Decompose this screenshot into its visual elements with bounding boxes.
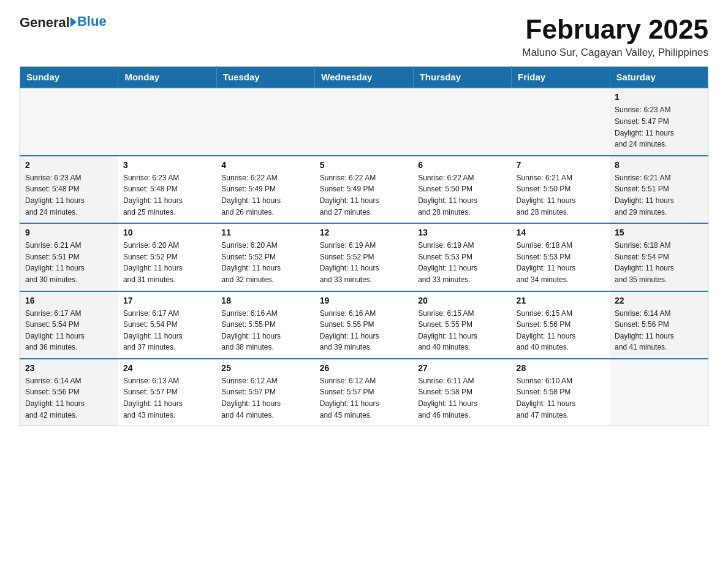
weekday-header-friday: Friday: [512, 67, 610, 88]
logo: General Blue: [20, 15, 107, 31]
day-number: 26: [320, 363, 408, 373]
day-number: 17: [123, 296, 211, 305]
logo-general-text: General: [20, 15, 70, 31]
day-number: 15: [615, 228, 703, 237]
calendar-day-cell: 18Sunrise: 6:16 AM Sunset: 5:55 PM Dayli…: [216, 291, 314, 359]
day-number: 22: [615, 296, 703, 305]
day-info: Sunrise: 6:22 AM Sunset: 5:50 PM Dayligh…: [418, 172, 506, 218]
calendar-day-cell: 10Sunrise: 6:20 AM Sunset: 5:52 PM Dayli…: [118, 223, 216, 291]
day-number: 2: [25, 160, 113, 170]
calendar-day-cell: 3Sunrise: 6:23 AM Sunset: 5:48 PM Daylig…: [118, 156, 216, 223]
weekday-header-monday: Monday: [118, 67, 216, 88]
day-number: 3: [123, 160, 211, 170]
calendar-day-cell: [610, 359, 708, 426]
weekday-header-tuesday: Tuesday: [216, 67, 314, 88]
calendar-table: SundayMondayTuesdayWednesdayThursdayFrid…: [20, 66, 708, 426]
day-number: 25: [221, 363, 309, 373]
day-info: Sunrise: 6:23 AM Sunset: 5:47 PM Dayligh…: [615, 104, 703, 150]
day-info: Sunrise: 6:23 AM Sunset: 5:48 PM Dayligh…: [25, 172, 113, 218]
title-block: February 2025 Maluno Sur, Cagayan Valley…: [522, 15, 708, 59]
day-number: 9: [25, 228, 113, 237]
calendar-day-cell: [512, 88, 610, 155]
day-info: Sunrise: 6:14 AM Sunset: 5:56 PM Dayligh…: [615, 308, 703, 353]
calendar-day-cell: 17Sunrise: 6:17 AM Sunset: 5:54 PM Dayli…: [118, 291, 216, 359]
weekday-header-wednesday: Wednesday: [315, 67, 413, 88]
calendar-day-cell: 8Sunrise: 6:21 AM Sunset: 5:51 PM Daylig…: [610, 156, 708, 223]
day-number: 16: [25, 296, 113, 305]
calendar-day-cell: 22Sunrise: 6:14 AM Sunset: 5:56 PM Dayli…: [610, 291, 708, 359]
calendar-day-cell: 27Sunrise: 6:11 AM Sunset: 5:58 PM Dayli…: [413, 359, 511, 426]
calendar-week-row: 9Sunrise: 6:21 AM Sunset: 5:51 PM Daylig…: [20, 223, 708, 291]
day-info: Sunrise: 6:21 AM Sunset: 5:51 PM Dayligh…: [25, 240, 113, 285]
day-info: Sunrise: 6:19 AM Sunset: 5:52 PM Dayligh…: [320, 240, 408, 285]
day-number: 21: [517, 296, 605, 305]
calendar-day-cell: 12Sunrise: 6:19 AM Sunset: 5:52 PM Dayli…: [315, 223, 413, 291]
calendar-day-cell: 16Sunrise: 6:17 AM Sunset: 5:54 PM Dayli…: [20, 291, 118, 359]
day-info: Sunrise: 6:16 AM Sunset: 5:55 PM Dayligh…: [221, 308, 309, 353]
day-info: Sunrise: 6:11 AM Sunset: 5:58 PM Dayligh…: [418, 375, 506, 421]
calendar-day-cell: 25Sunrise: 6:12 AM Sunset: 5:57 PM Dayli…: [216, 359, 314, 426]
day-number: 28: [517, 363, 605, 373]
calendar-week-row: 23Sunrise: 6:14 AM Sunset: 5:56 PM Dayli…: [20, 359, 708, 426]
calendar-day-cell: 7Sunrise: 6:21 AM Sunset: 5:50 PM Daylig…: [512, 156, 610, 223]
day-info: Sunrise: 6:19 AM Sunset: 5:53 PM Dayligh…: [418, 240, 506, 285]
day-info: Sunrise: 6:20 AM Sunset: 5:52 PM Dayligh…: [221, 240, 309, 285]
calendar-day-cell: [315, 88, 413, 155]
day-number: 20: [418, 296, 506, 305]
day-number: 8: [615, 160, 703, 170]
day-info: Sunrise: 6:16 AM Sunset: 5:55 PM Dayligh…: [320, 308, 408, 353]
day-number: 24: [123, 363, 211, 373]
day-number: 13: [418, 228, 506, 237]
calendar-day-cell: [118, 88, 216, 155]
day-number: 5: [320, 160, 408, 170]
calendar-day-cell: 21Sunrise: 6:15 AM Sunset: 5:56 PM Dayli…: [512, 291, 610, 359]
day-info: Sunrise: 6:17 AM Sunset: 5:54 PM Dayligh…: [123, 308, 211, 353]
day-info: Sunrise: 6:13 AM Sunset: 5:57 PM Dayligh…: [123, 375, 211, 421]
weekday-header-sunday: Sunday: [20, 67, 118, 88]
calendar-day-cell: 15Sunrise: 6:18 AM Sunset: 5:54 PM Dayli…: [610, 223, 708, 291]
calendar-week-row: 2Sunrise: 6:23 AM Sunset: 5:48 PM Daylig…: [20, 156, 708, 223]
location-subtitle: Maluno Sur, Cagayan Valley, Philippines: [522, 47, 708, 59]
day-info: Sunrise: 6:18 AM Sunset: 5:53 PM Dayligh…: [517, 240, 605, 285]
month-title: February 2025: [522, 15, 708, 44]
day-info: Sunrise: 6:12 AM Sunset: 5:57 PM Dayligh…: [221, 375, 309, 421]
day-number: 6: [418, 160, 506, 170]
day-number: 1: [615, 92, 703, 102]
day-info: Sunrise: 6:23 AM Sunset: 5:48 PM Dayligh…: [123, 172, 211, 218]
logo-blue-text: Blue: [77, 13, 107, 29]
day-number: 14: [517, 228, 605, 237]
calendar-day-cell: 23Sunrise: 6:14 AM Sunset: 5:56 PM Dayli…: [20, 359, 118, 426]
calendar-day-cell: 24Sunrise: 6:13 AM Sunset: 5:57 PM Dayli…: [118, 359, 216, 426]
day-info: Sunrise: 6:17 AM Sunset: 5:54 PM Dayligh…: [25, 308, 113, 353]
day-info: Sunrise: 6:15 AM Sunset: 5:55 PM Dayligh…: [418, 308, 506, 353]
calendar-header: SundayMondayTuesdayWednesdayThursdayFrid…: [20, 67, 708, 88]
day-info: Sunrise: 6:22 AM Sunset: 5:49 PM Dayligh…: [221, 172, 309, 218]
calendar-day-cell: 20Sunrise: 6:15 AM Sunset: 5:55 PM Dayli…: [413, 291, 511, 359]
logo-arrow-icon: [70, 17, 77, 27]
calendar-day-cell: 5Sunrise: 6:22 AM Sunset: 5:49 PM Daylig…: [315, 156, 413, 223]
calendar-day-cell: 9Sunrise: 6:21 AM Sunset: 5:51 PM Daylig…: [20, 223, 118, 291]
calendar-day-cell: 11Sunrise: 6:20 AM Sunset: 5:52 PM Dayli…: [216, 223, 314, 291]
day-info: Sunrise: 6:18 AM Sunset: 5:54 PM Dayligh…: [615, 240, 703, 285]
day-number: 18: [221, 296, 309, 305]
calendar-day-cell: 13Sunrise: 6:19 AM Sunset: 5:53 PM Dayli…: [413, 223, 511, 291]
calendar-day-cell: 6Sunrise: 6:22 AM Sunset: 5:50 PM Daylig…: [413, 156, 511, 223]
day-info: Sunrise: 6:15 AM Sunset: 5:56 PM Dayligh…: [517, 308, 605, 353]
day-number: 7: [517, 160, 605, 170]
weekday-header-saturday: Saturday: [610, 67, 708, 88]
day-number: 4: [221, 160, 309, 170]
day-number: 27: [418, 363, 506, 373]
day-number: 12: [320, 228, 408, 237]
day-number: 23: [25, 363, 113, 373]
weekday-header-row: SundayMondayTuesdayWednesdayThursdayFrid…: [20, 67, 708, 88]
calendar-day-cell: 14Sunrise: 6:18 AM Sunset: 5:53 PM Dayli…: [512, 223, 610, 291]
day-info: Sunrise: 6:12 AM Sunset: 5:57 PM Dayligh…: [320, 375, 408, 421]
weekday-header-thursday: Thursday: [413, 67, 511, 88]
calendar-body: 1Sunrise: 6:23 AM Sunset: 5:47 PM Daylig…: [20, 88, 708, 426]
calendar-week-row: 16Sunrise: 6:17 AM Sunset: 5:54 PM Dayli…: [20, 291, 708, 359]
day-info: Sunrise: 6:20 AM Sunset: 5:52 PM Dayligh…: [123, 240, 211, 285]
day-info: Sunrise: 6:22 AM Sunset: 5:49 PM Dayligh…: [320, 172, 408, 218]
calendar-day-cell: 26Sunrise: 6:12 AM Sunset: 5:57 PM Dayli…: [315, 359, 413, 426]
calendar-day-cell: [216, 88, 314, 155]
calendar-day-cell: 1Sunrise: 6:23 AM Sunset: 5:47 PM Daylig…: [610, 88, 708, 155]
